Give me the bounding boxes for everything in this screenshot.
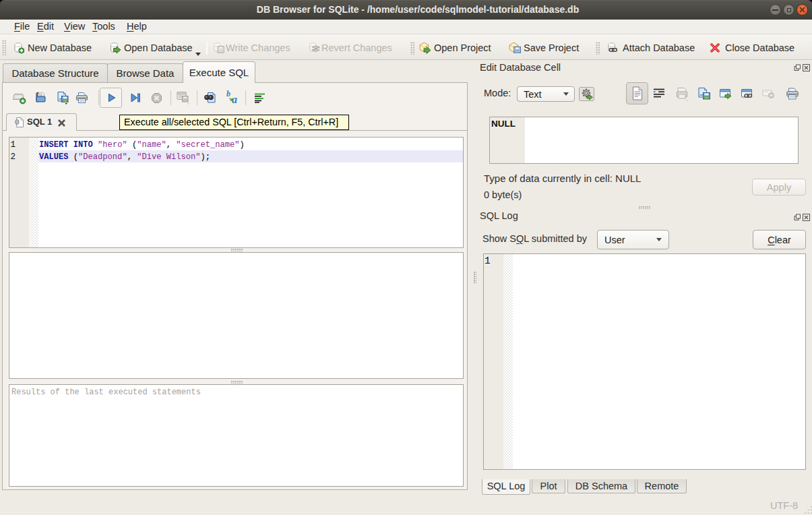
svg-text:b: b: [226, 90, 230, 98]
